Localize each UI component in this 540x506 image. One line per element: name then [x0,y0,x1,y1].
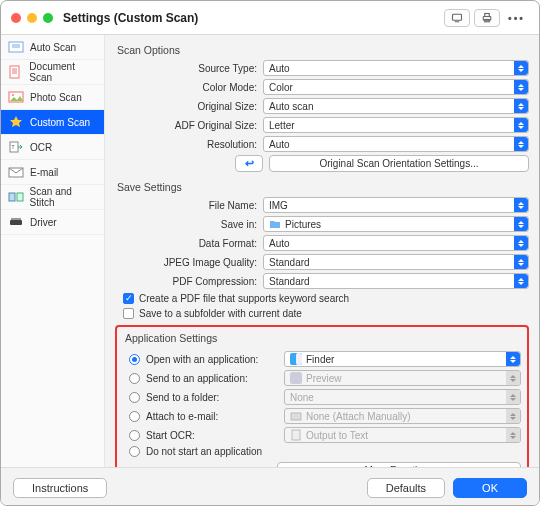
sidebar-item-label: Document Scan [29,61,98,83]
more-functions-button[interactable]: More Functions [277,462,521,467]
svg-rect-0 [452,14,461,20]
checkbox-icon: ✓ [123,293,134,304]
driver-icon [7,215,25,229]
jpeg-quality-select[interactable]: Standard [263,254,529,270]
sidebar-item-custom-scan[interactable]: Custom Scan [1,110,104,135]
sidebar-item-email[interactable]: E-mail [1,160,104,185]
radio-start-ocr[interactable] [129,430,140,441]
radio-send-folder[interactable] [129,392,140,403]
app-settings-heading: Application Settings [123,332,521,348]
application-settings-section: Application Settings Open with an applic… [115,325,529,467]
svg-rect-8 [10,66,19,78]
svg-rect-24 [291,413,301,420]
ok-button[interactable]: OK [453,478,527,498]
chevron-updown-icon [506,390,520,404]
svg-rect-18 [17,193,23,201]
color-mode-select[interactable]: Color [263,79,529,95]
chevron-updown-icon [514,236,528,250]
instructions-button[interactable]: Instructions [13,478,107,498]
content-area: Scan Options Source Type: Auto Color Mod… [105,35,539,467]
more-icon[interactable]: ••• [504,12,529,24]
resolution-select[interactable]: Auto [263,136,529,152]
chevron-updown-icon [514,217,528,231]
custom-scan-icon [7,115,25,129]
source-type-select[interactable]: Auto [263,60,529,76]
chevron-updown-icon [514,255,528,269]
open-with-select[interactable]: Finder [284,351,521,367]
sidebar-item-auto-scan[interactable]: Auto Scan [1,35,104,60]
pdf-compression-select[interactable]: Standard [263,273,529,289]
open-with-label: Open with an application: [146,354,278,365]
file-name-label: File Name: [115,200,263,211]
ocr-icon: T [7,140,25,154]
svg-rect-19 [10,220,22,225]
radio-no-start[interactable] [129,446,140,457]
chevron-updown-icon [506,409,520,423]
send-folder-select: None [284,389,521,405]
chevron-updown-icon [514,137,528,151]
jpeg-quality-label: JPEG Image Quality: [115,257,263,268]
sidebar-item-label: Driver [30,217,57,228]
svg-rect-22 [296,353,302,365]
svg-point-13 [12,94,14,96]
chevron-updown-icon [514,80,528,94]
close-icon[interactable] [11,13,21,23]
svg-rect-3 [485,13,490,16]
minimize-icon[interactable] [27,13,37,23]
auto-scan-icon [7,40,25,54]
send-app-select: Preview [284,370,521,386]
original-size-select[interactable]: Auto scan [263,98,529,114]
keyword-search-label: Create a PDF file that supports keyword … [139,293,349,304]
pdf-compression-label: PDF Compression: [115,276,263,287]
chevron-updown-icon [514,61,528,75]
chevron-updown-icon [514,99,528,113]
radio-attach-email[interactable] [129,411,140,422]
sidebar-item-driver[interactable]: Driver [1,210,104,235]
attach-email-select: None (Attach Manually) [284,408,521,424]
chevron-updown-icon [514,274,528,288]
sidebar-item-scan-and-stitch[interactable]: Scan and Stitch [1,185,104,210]
radio-open-with[interactable] [129,354,140,365]
finder-icon [290,353,302,365]
attach-email-label: Attach to e-mail: [146,411,278,422]
toolbar-scan-from-computer-button[interactable] [444,9,470,27]
sidebar-item-label: Scan and Stitch [30,186,98,208]
chevron-updown-icon [506,371,520,385]
toolbar-scan-from-printer-button[interactable] [474,9,500,27]
sidebar-item-document-scan[interactable]: Document Scan [1,60,104,85]
sidebar-item-photo-scan[interactable]: Photo Scan [1,85,104,110]
chevron-updown-icon [506,352,520,366]
send-folder-label: Send to a folder: [146,392,278,403]
rotate-button[interactable]: ↩︎ [235,155,263,172]
window-controls [11,13,53,23]
subfolder-checkbox-row[interactable]: Save to a subfolder with current date [123,308,529,319]
start-ocr-label: Start OCR: [146,430,278,441]
adf-size-select[interactable]: Letter [263,117,529,133]
file-name-select[interactable]: IMG [263,197,529,213]
preview-icon [290,372,302,384]
checkbox-icon [123,308,134,319]
save-in-select[interactable]: Pictures [263,216,529,232]
photo-scan-icon [7,90,25,104]
sidebar-item-label: Custom Scan [30,117,90,128]
chevron-updown-icon [514,198,528,212]
data-format-label: Data Format: [115,238,263,249]
save-settings-heading: Save Settings [115,178,529,197]
subfolder-label: Save to a subfolder with current date [139,308,302,319]
radio-send-app[interactable] [129,373,140,384]
email-icon [7,165,25,179]
sidebar-item-ocr[interactable]: T OCR [1,135,104,160]
defaults-button[interactable]: Defaults [367,478,445,498]
titlebar: Settings (Custom Scan) ••• [1,1,539,35]
data-format-select[interactable]: Auto [263,235,529,251]
orientation-settings-button[interactable]: Original Scan Orientation Settings... [269,155,529,172]
sidebar: Auto Scan Document Scan Photo Scan Custo… [1,35,105,467]
keyword-search-checkbox-row[interactable]: ✓ Create a PDF file that supports keywor… [123,293,529,304]
color-mode-label: Color Mode: [115,82,263,93]
sidebar-item-label: E-mail [30,167,58,178]
sidebar-item-label: Photo Scan [30,92,82,103]
source-type-label: Source Type: [115,63,263,74]
save-in-label: Save in: [115,219,263,230]
text-icon [290,429,302,441]
zoom-icon[interactable] [43,13,53,23]
